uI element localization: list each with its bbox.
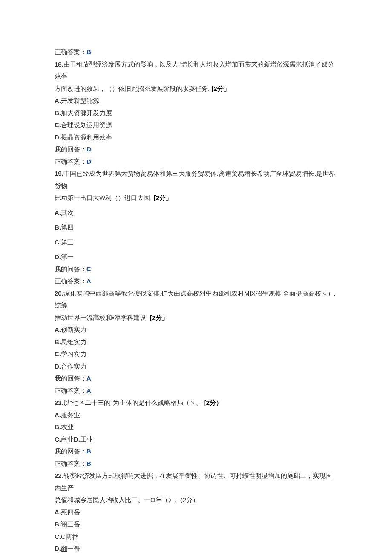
q22-option-d-text: 翻一哥 xyxy=(61,545,80,552)
q21-option-a-text: 服务业 xyxy=(61,411,80,418)
q19-option-c: C.第三 xyxy=(55,236,337,249)
q18-stem1: 由于租放型经济发展方式的影响，以及人"增长和人均收入增加而带来的新增俗源需求抵消… xyxy=(55,61,334,80)
q22-option-c-text: C两番 xyxy=(61,533,78,540)
q20-option-a: A.创新实力 xyxy=(55,324,337,336)
q21-option-cd-text: 商业D.工业 xyxy=(61,436,93,443)
q21-my-answer: 我的网答：B xyxy=(55,445,337,458)
q21-option-a: A.服务业 xyxy=(55,409,337,421)
my-label: 我的问答： xyxy=(55,265,86,273)
q20-option-d: D.合作实力 xyxy=(55,360,337,373)
q22-stem-line2: 总值和城乡居民人均收入比二。一O年（》.（2分） xyxy=(55,494,337,506)
q20-option-c-text: 学习宾力 xyxy=(61,350,86,357)
q21-stem: 21.以"七区二十三的"为主体的是什么战略格局（＞。 [2分） xyxy=(55,397,337,409)
q21-number: 21 xyxy=(55,399,62,406)
q19-correct-answer: 正确答案：A xyxy=(55,275,337,288)
correct-value: B xyxy=(86,48,91,55)
correct-value: A xyxy=(86,387,91,394)
q20-stem1: 深化实施中西部高等教化捩找安排,扩大由点高校对中西部和农村MIX招生规模.全面提… xyxy=(55,290,336,309)
q19-option-c-text: 第三 xyxy=(61,238,74,246)
q20-score: [2分」 xyxy=(148,314,168,321)
q18-score: [2分」 xyxy=(210,85,230,92)
q19-option-d: D.第一 xyxy=(55,251,337,263)
document-page: 正确答案：B 18.由于租放型经济发展方式的影响，以及人"增长和人均收入增加而带… xyxy=(0,0,392,555)
my-label: 我的网答： xyxy=(55,447,86,455)
q20-stem-line1: 20.深化实施中西部高等教化捩找安排,扩大由点高校对中西部和农村MIX招生规模.… xyxy=(55,288,337,312)
correct-label: 正确答案： xyxy=(55,277,86,285)
q22-stem1: .转变经济发展方式取得响大进掘，在发展平衡性、协调性、可持蝮性明显增加的施础上，… xyxy=(55,472,332,491)
q22-option-a: A.死四番 xyxy=(55,506,337,519)
correct-value: D xyxy=(86,158,91,165)
q18-stem-line1: 18.由于租放型经济发展方式的影响，以及人"增长和人均收入增加而带来的新增俗源需… xyxy=(55,58,337,83)
q22-option-c: C.C两番 xyxy=(55,531,337,543)
q18-my-answer: 我的回答：D xyxy=(55,143,337,156)
q18-option-d-text: 提晶资源利用效率 xyxy=(61,134,112,141)
q18-number: 18. xyxy=(55,61,63,68)
q19-option-a-text: 其次 xyxy=(61,209,74,216)
my-label: 我的回答： xyxy=(55,375,86,382)
q21-option-b: B.农业 xyxy=(55,421,337,433)
q19-option-b-text: 第四 xyxy=(61,224,74,231)
q20-my-answer: 我的回答：A xyxy=(55,372,337,385)
q22-stem2: 总值和城乡居民人均收入比二。一O年（》.（2分） xyxy=(55,496,199,503)
q19-score: [2分」 xyxy=(152,194,172,201)
q20-number: 20. xyxy=(55,290,63,297)
q19-my-answer: 我的问答：C xyxy=(55,263,337,276)
correct-label: 正确答案： xyxy=(55,48,86,55)
q21-option-cd: C.商业D.工业 xyxy=(55,433,337,446)
q19-stem1: 中国已经成为世界第大货物贸易体和第三大服务贸易体.离速贸易增长希动广全球贸易增长… xyxy=(55,170,335,189)
q20-stem-line2: 推动世界一流高校和•潦学科建设. [2分」 xyxy=(55,312,337,324)
pre-correct-line: 正确答案：B xyxy=(55,46,337,58)
my-value: A xyxy=(86,375,91,382)
q18-option-c: C.合理设划运用资源 xyxy=(55,119,337,131)
q18-option-b: B.加大资源开发力度 xyxy=(55,107,337,119)
my-label: 我的回答： xyxy=(55,145,86,153)
q20-option-c: C.学习宾力 xyxy=(55,348,337,360)
q21-option-b-text: 农业 xyxy=(61,423,74,430)
q18-option-d: D.提晶资源利用效率 xyxy=(55,131,337,144)
q18-option-a-text: 开发新型能源 xyxy=(61,97,99,104)
q18-correct-answer: 正确答案：D xyxy=(55,156,337,168)
q19-stem-line1: 19.中国已经成为世界第大货物贸易体和第三大服务贸易体.离速贸易增长希动广全球贸… xyxy=(55,168,337,192)
q19-option-d-text: 第一 xyxy=(61,253,74,260)
q20-option-b-text: 思维实力 xyxy=(61,338,86,346)
q22-option-b-text: 诩三番 xyxy=(61,520,80,528)
my-value: C xyxy=(86,265,91,273)
q20-option-b: B.思维实力 xyxy=(55,336,337,349)
correct-value: A xyxy=(86,277,91,285)
q18-stem2: 方面改进的效果，（）依旧此招※发展阶段的求耍任务. xyxy=(55,85,210,92)
q19-option-a: A.其次 xyxy=(55,207,337,219)
q21-correct-answer: 正确答案：B xyxy=(55,458,337,470)
q18-stem-line2: 方面改进的效果，（）依旧此招※发展阶段的求耍任务. [2分」 xyxy=(55,83,337,95)
correct-value: B xyxy=(86,460,91,467)
q18-option-c-text: 合理设划运用资源 xyxy=(61,121,112,128)
q22-option-b: B.诩三番 xyxy=(55,518,337,531)
q19-stem-line2: 比功第一出口大W利（）进口大国. [2分」 xyxy=(55,192,337,204)
q20-option-d-text: 合作实力 xyxy=(61,363,86,370)
q19-number: 19. xyxy=(55,170,63,177)
my-value: D xyxy=(86,145,91,153)
q18-option-b-text: 加大资源开发力度 xyxy=(61,109,112,116)
q20-option-a-text: 创新实力 xyxy=(61,326,86,333)
q21-score: [2分） xyxy=(202,399,223,406)
correct-label: 正确答案： xyxy=(55,460,86,467)
q22-number: 22 xyxy=(55,472,62,479)
correct-label: 正确答案： xyxy=(55,387,86,394)
q19-stem2: 比功第一出口大W利（）进口大国. xyxy=(55,194,152,201)
my-value: B xyxy=(86,447,91,455)
q21-stem-text: .以"七区二十三的"为主体的是什么战略格局（＞。 xyxy=(62,399,202,406)
q20-correct-answer: 正确答案：A xyxy=(55,385,337,397)
q19-option-b: B.第四 xyxy=(55,221,337,234)
correct-label: 正确答案： xyxy=(55,158,86,165)
q22-option-a-text: 死四番 xyxy=(61,509,80,516)
q20-stem2: 推动世界一流高校和•潦学科建设. xyxy=(55,314,148,321)
q22-option-d: D.翻一哥 xyxy=(55,543,337,555)
q18-option-a: A.开发新型能源 xyxy=(55,95,337,107)
q22-stem-line1: 22.转变经济发展方式取得响大进掘，在发展平衡性、协调性、可持蝮性明显增加的施础… xyxy=(55,470,337,494)
